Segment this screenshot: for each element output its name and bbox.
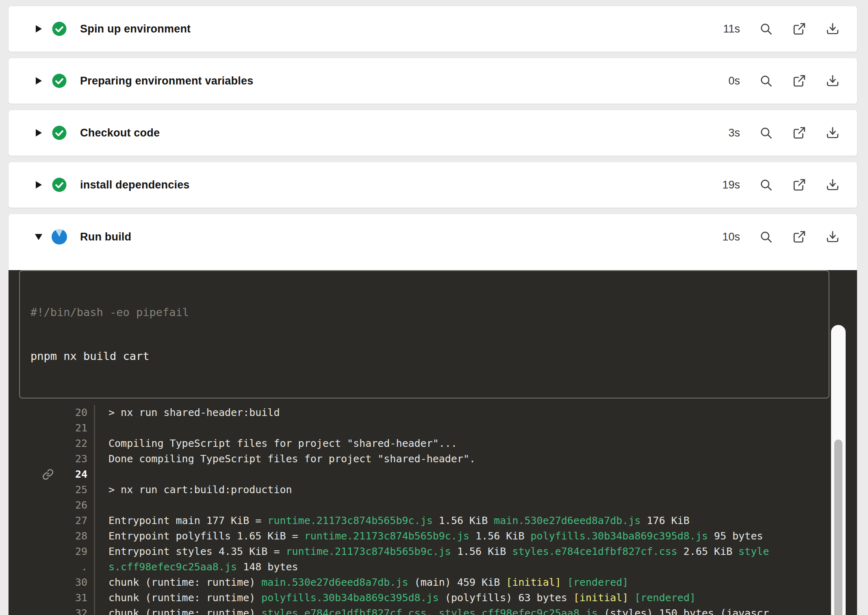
open-in-new-icon	[792, 22, 806, 36]
open-in-new-icon	[792, 230, 806, 244]
permalink-icon[interactable]	[42, 468, 54, 481]
log-line-text	[95, 498, 108, 513]
log-line-number[interactable]: 22	[9, 436, 95, 451]
log-line: 20> nx run shared-header:build	[9, 405, 857, 420]
log-line: 24	[9, 467, 857, 482]
chevron-icon[interactable]	[34, 232, 43, 242]
open-in-new-button[interactable]	[792, 230, 807, 244]
open-in-new-button[interactable]	[792, 22, 807, 36]
log-line-text: Entrypoint styles 4.35 KiB = runtime.211…	[95, 544, 769, 559]
log-line: 23Done compiling TypeScript files for pr…	[9, 451, 857, 467]
command-line: pnpm nx build cart	[30, 349, 818, 364]
log-line-number[interactable]: 31	[9, 590, 95, 606]
chevron-icon[interactable]	[34, 76, 43, 86]
step-card: Run build 10s #!/bin/bash -eo pipefail p…	[8, 214, 857, 615]
download-log-button[interactable]	[825, 178, 840, 192]
open-in-new-button[interactable]	[792, 126, 807, 140]
search-log-button[interactable]	[759, 230, 773, 244]
search-log-button[interactable]	[759, 22, 773, 36]
search-icon	[759, 230, 773, 244]
step-header[interactable]: Spin up environment 11s	[9, 6, 857, 52]
log-line-number[interactable]: 32	[9, 606, 95, 615]
log-line-number[interactable]: 24	[9, 467, 95, 482]
scrollbar-thumb[interactable]	[834, 440, 842, 615]
log-line: 22Compiling TypeScript files for project…	[9, 436, 857, 451]
step-card: install dependencies 19s	[8, 162, 857, 208]
log-line-number[interactable]: 27	[9, 513, 95, 528]
log-line: 27Entrypoint main 177 KiB = runtime.2117…	[9, 513, 857, 528]
log-line-number[interactable]: 29	[9, 544, 95, 559]
download-icon	[826, 230, 840, 244]
step-title: Run build	[80, 231, 131, 243]
download-log-button[interactable]	[825, 74, 840, 88]
log-line-number[interactable]: 30	[9, 575, 95, 590]
search-icon	[759, 178, 773, 192]
step-status-icon	[52, 125, 67, 141]
step-title: Spin up environment	[80, 23, 191, 35]
terminal-output-panel: #!/bin/bash -eo pipefail pnpm nx build c…	[9, 270, 857, 615]
search-icon	[759, 22, 773, 36]
log-scrollbar[interactable]	[831, 325, 846, 615]
log-line: 25> nx run cart:build:production	[9, 482, 857, 498]
line-number-text: 27	[75, 515, 87, 526]
open-in-new-button[interactable]	[792, 178, 807, 192]
step-card: Spin up environment 11s	[8, 6, 857, 52]
step-status-icon	[52, 73, 67, 89]
open-in-new-button[interactable]	[792, 74, 807, 88]
step-header[interactable]: Run build 10s	[9, 214, 857, 260]
download-log-button[interactable]	[825, 230, 840, 244]
download-log-button[interactable]	[825, 126, 840, 140]
search-log-button[interactable]	[759, 178, 773, 192]
step-card: Preparing environment variables 0s	[8, 58, 857, 104]
step-status-icon	[52, 21, 67, 37]
step-duration: 3s	[728, 127, 740, 139]
step-title: install dependencies	[80, 179, 190, 191]
log-line: .s.cff98efec9c25aa8.js 148 bytes	[9, 559, 857, 575]
open-in-new-icon	[792, 74, 806, 88]
step-duration: 19s	[722, 179, 740, 191]
log-line-text: Entrypoint polyfills 1.65 KiB = runtime.…	[95, 528, 763, 544]
log-line-number[interactable]: 26	[9, 498, 95, 513]
chevron-icon[interactable]	[34, 180, 43, 190]
log-line-number[interactable]: 28	[9, 528, 95, 544]
log-line-text: s.cff98efec9c25aa8.js 148 bytes	[95, 559, 298, 575]
line-number-text: 20	[75, 407, 87, 418]
log-line-text: chunk (runtime: runtime) polyfills.30b34…	[95, 590, 696, 606]
search-icon	[759, 74, 773, 88]
line-number-text: .	[81, 561, 87, 573]
chevron-icon[interactable]	[34, 24, 43, 34]
log-line-number[interactable]: 25	[9, 482, 95, 498]
step-title: Preparing environment variables	[80, 75, 253, 87]
step-status-icon	[52, 177, 67, 193]
log-line-text: chunk (runtime: runtime) main.530e27d6ee…	[95, 575, 628, 590]
shebang-line: #!/bin/bash -eo pipefail	[30, 305, 818, 320]
chevron-icon[interactable]	[34, 128, 43, 138]
log-line: 21	[9, 420, 857, 436]
step-card: Checkout code 3s	[8, 110, 857, 156]
log-line: 29Entrypoint styles 4.35 KiB = runtime.2…	[9, 544, 857, 559]
log-line-text	[95, 420, 108, 436]
log-line: 28Entrypoint polyfills 1.65 KiB = runtim…	[9, 528, 857, 544]
step-header[interactable]: Checkout code 3s	[9, 110, 857, 156]
log-line-text: > nx run cart:build:production	[95, 482, 292, 498]
log-line-number[interactable]: 20	[9, 405, 95, 420]
step-header[interactable]: install dependencies 19s	[9, 162, 857, 208]
log-line-number[interactable]: 23	[9, 451, 95, 467]
log-line: 26	[9, 498, 857, 513]
line-number-text: 28	[75, 530, 87, 542]
success-check-icon	[52, 177, 67, 193]
log-line-number[interactable]: 21	[9, 420, 95, 436]
success-check-icon	[52, 73, 67, 89]
search-log-button[interactable]	[759, 74, 773, 88]
log-line-text: > nx run shared-header:build	[95, 405, 280, 420]
command-box: #!/bin/bash -eo pipefail pnpm nx build c…	[19, 270, 829, 398]
line-number-text: 32	[75, 607, 87, 615]
log-line-number[interactable]: .	[9, 559, 95, 575]
download-log-button[interactable]	[825, 22, 840, 36]
step-title: Checkout code	[80, 127, 160, 139]
search-log-button[interactable]	[759, 126, 773, 140]
success-check-icon	[52, 125, 67, 141]
step-header[interactable]: Preparing environment variables 0s	[9, 58, 857, 104]
line-number-text: 26	[75, 499, 87, 511]
step-duration: 11s	[723, 23, 740, 35]
